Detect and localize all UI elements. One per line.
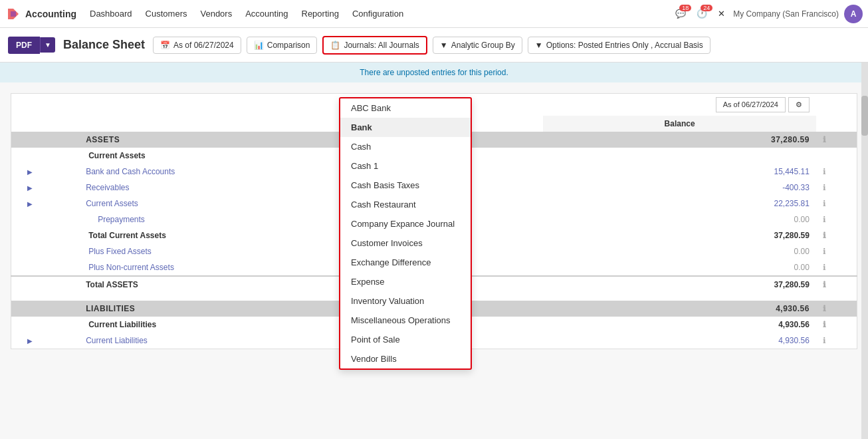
assets-amount: 37,280.59: [543, 132, 816, 148]
current-assets-sub-info-icon[interactable]: ℹ: [823, 199, 826, 208]
nav-vendors[interactable]: Vendors: [193, 6, 239, 21]
messages-button[interactable]: 💬 18: [673, 6, 689, 21]
dropdown-item-inventory[interactable]: Inventory Valuation: [340, 291, 471, 311]
prepayments-info-icon[interactable]: ℹ: [823, 215, 826, 224]
liabilities-info-icon[interactable]: ℹ: [823, 304, 827, 313]
total-assets-label: Total ASSETS: [79, 276, 543, 293]
journals-label: Journals: All Journals: [344, 41, 419, 50]
comparison-button[interactable]: 📊 Comparison: [247, 37, 318, 54]
assets-label: ASSETS: [79, 132, 543, 148]
current-liabilities-group-info[interactable]: ℹ: [823, 320, 826, 329]
fixed-assets-link[interactable]: Plus Fixed Assets: [86, 247, 152, 256]
scrollbar-thumb[interactable]: [861, 96, 868, 136]
receivables-link[interactable]: Receivables: [86, 183, 129, 192]
total-current-assets-label: Total Current Assets: [79, 227, 543, 243]
bank-cash-link[interactable]: Bank and Cash Accounts: [86, 167, 175, 176]
calendar-icon: 📅: [160, 41, 170, 50]
journals-dropdown: ABC Bank Bank Cash Cash 1 Cash Basis Tax…: [339, 97, 472, 370]
dropdown-item-abc-bank[interactable]: ABC Bank: [340, 98, 471, 118]
activities-badge: 24: [701, 5, 712, 11]
nav-dashboard[interactable]: Dashboard: [83, 6, 139, 21]
receivables-amount: -400.33: [543, 180, 816, 196]
liabilities-label: LIABILITIES: [79, 301, 543, 317]
dropdown-item-exchange-difference[interactable]: Exchange Difference: [340, 253, 471, 272]
journals-button[interactable]: 📋 Journals: All Journals: [322, 36, 427, 55]
current-liabilities-chevron[interactable]: ▶: [27, 337, 33, 345]
analytic-button[interactable]: ▼ Analytic Group By: [433, 37, 522, 54]
pdf-button-group: PDF ▼: [8, 37, 55, 54]
avatar-initials: A: [851, 9, 857, 19]
nav-accounting[interactable]: Accounting: [239, 6, 294, 21]
prepayments-link[interactable]: Prepayments: [98, 215, 145, 224]
current-liabilities-info-icon[interactable]: ℹ: [823, 336, 826, 345]
bank-cash-info-icon[interactable]: ℹ: [823, 167, 826, 176]
filter-icon: ▼: [440, 41, 448, 50]
total-current-assets-info-icon[interactable]: ℹ: [823, 231, 826, 240]
dropdown-item-cash-basis[interactable]: Cash Basis Taxes: [340, 176, 471, 195]
scrollbar[interactable]: [861, 63, 868, 439]
bank-cash-chevron[interactable]: ▶: [27, 168, 33, 176]
current-assets-sub-link[interactable]: Current Assets: [86, 199, 138, 208]
current-liabilities-link[interactable]: Current Liabilities: [86, 336, 148, 345]
close-icon: ✕: [718, 9, 725, 19]
dropdown-item-cash1[interactable]: Cash 1: [340, 156, 471, 176]
receivables-info-icon[interactable]: ℹ: [823, 183, 826, 192]
prepayments-amount: 0.00: [543, 212, 816, 227]
nav-configuration[interactable]: Configuration: [346, 6, 410, 21]
nav-customers[interactable]: Customers: [139, 6, 194, 21]
activities-button[interactable]: 🕐 24: [694, 6, 710, 21]
main-area: There are unposted entries for this peri…: [0, 63, 868, 439]
dropdown-item-misc-ops[interactable]: Miscellaneous Operations: [340, 311, 471, 330]
analytic-label: Analytic Group By: [451, 41, 515, 50]
dropdown-item-customer-invoices[interactable]: Customer Invoices: [340, 233, 471, 253]
dropdown-item-bank[interactable]: Bank: [340, 118, 471, 137]
app-logo[interactable]: Accounting: [5, 6, 79, 22]
date-header: As of 06/27/2024: [716, 97, 786, 112]
pdf-main-button[interactable]: PDF: [8, 37, 40, 54]
current-assets-sub-amount: 22,235.81: [543, 196, 816, 212]
options-label: Options: Posted Entries Only , Accrual B…: [546, 41, 703, 50]
dropdown-item-pos[interactable]: Point of Sale: [340, 330, 471, 349]
avatar[interactable]: A: [844, 5, 863, 23]
total-assets-info-icon[interactable]: ℹ: [823, 280, 826, 289]
messages-badge: 18: [679, 5, 691, 11]
noncurrent-assets-info-icon[interactable]: ℹ: [823, 263, 826, 272]
comparison-label: Comparison: [267, 41, 310, 50]
dropdown-item-expense[interactable]: Expense: [340, 272, 471, 291]
chart-icon: 📊: [254, 41, 264, 50]
receivables-chevron[interactable]: ▶: [27, 184, 33, 192]
dropdown-item-cash-restaurant[interactable]: Cash Restaurant: [340, 195, 471, 214]
page-title: Balance Sheet: [63, 38, 145, 52]
info-bar-text: There are unposted entries for this peri…: [360, 68, 508, 77]
bank-cash-amount: 15,445.11: [543, 164, 816, 180]
settings-icon[interactable]: ⚙: [788, 97, 810, 112]
dropdown-item-vendor-bills[interactable]: Vendor Bills: [340, 349, 471, 368]
options-filter-icon: ▼: [535, 41, 543, 50]
noncurrent-assets-link[interactable]: Plus Non-current Assets: [86, 263, 174, 272]
nav-reporting[interactable]: Reporting: [295, 6, 346, 21]
dropdown-item-cash[interactable]: Cash: [340, 137, 471, 156]
fixed-assets-info-icon[interactable]: ℹ: [823, 247, 826, 256]
current-liabilities-group-label: Current Liabilities: [79, 317, 543, 333]
current-liabilities-group-amount: 4,930.56: [543, 317, 816, 333]
close-button[interactable]: ✕: [715, 6, 728, 21]
info-bar: There are unposted entries for this peri…: [0, 63, 868, 82]
total-assets-amount: 37,280.59: [543, 276, 816, 293]
liabilities-amount: 4,930.56: [543, 301, 816, 317]
current-assets-sub-chevron[interactable]: ▶: [27, 200, 33, 208]
noncurrent-assets-amount: 0.00: [543, 259, 816, 276]
balance-column-header: Balance: [543, 116, 816, 132]
current-liabilities-amount: 4,930.56: [543, 333, 816, 349]
report-content: There are unposted entries for this peri…: [0, 63, 868, 439]
assets-info-icon[interactable]: ℹ: [823, 135, 827, 144]
report-toolbar: PDF ▼ Balance Sheet 📅 As of 06/27/2024 📊…: [0, 28, 868, 63]
journal-icon: 📋: [330, 41, 340, 50]
current-assets-amount: [543, 148, 816, 164]
pdf-caret-button[interactable]: ▼: [40, 37, 55, 53]
options-button[interactable]: ▼ Options: Posted Entries Only , Accrual…: [528, 37, 710, 54]
nav-right-section: 💬 18 🕐 24 ✕ My Company (San Francisco) A: [673, 5, 863, 23]
date-filter-button[interactable]: 📅 As of 06/27/2024: [153, 37, 241, 54]
app-brand: Accounting: [25, 9, 76, 19]
fixed-assets-amount: 0.00: [543, 243, 816, 259]
dropdown-item-company-expance[interactable]: Company Expance Journal: [340, 214, 471, 233]
